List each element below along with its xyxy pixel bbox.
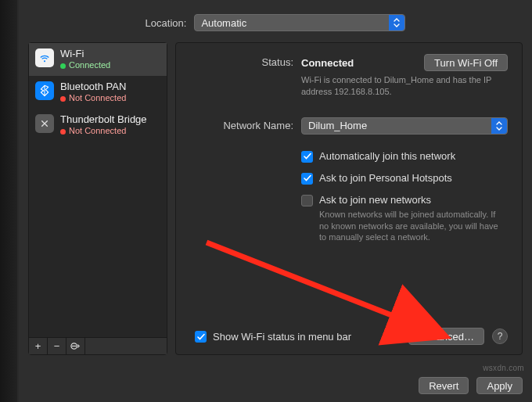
- chevron-updown-icon: [389, 15, 404, 31]
- sidebar-item-label: Wi-Fi: [60, 48, 110, 60]
- status-label: Status:: [190, 54, 293, 99]
- sidebar-item-thunderbolt-bridge[interactable]: Thunderbolt Bridge Not Connected: [29, 109, 167, 142]
- auto-join-checkbox[interactable]: [301, 151, 313, 163]
- status-description: Wi-Fi is connected to Dilum_Home and has…: [301, 74, 497, 99]
- network-name-label: Network Name:: [190, 117, 293, 135]
- turn-wifi-off-button[interactable]: Turn Wi-Fi Off: [424, 54, 508, 71]
- status-dot-icon: [60, 96, 66, 102]
- status-dot-icon: [60, 63, 66, 69]
- show-status-checkbox[interactable]: [195, 331, 207, 343]
- sidebar-item-bluetooth-pan[interactable]: Bluetooth PAN Not Connected: [29, 76, 167, 109]
- sidebar-item-label: Thunderbolt Bridge: [60, 113, 147, 126]
- network-options-button[interactable]: [66, 338, 85, 354]
- advanced-button[interactable]: Advanced…: [408, 328, 484, 345]
- network-name-select[interactable]: Dilum_Home: [301, 117, 508, 135]
- network-sidebar: Wi-Fi Connected Bluetooth PAN: [28, 42, 167, 355]
- bluetooth-icon: [35, 81, 54, 100]
- sidebar-item-status: Connected: [60, 60, 110, 71]
- watermark: wsxdn.com: [483, 364, 524, 372]
- sidebar-item-label: Bluetooth PAN: [60, 81, 126, 93]
- chevron-updown-icon: [491, 118, 507, 134]
- sidebar-item-status: Not Connected: [60, 126, 147, 137]
- add-network-button[interactable]: +: [29, 338, 48, 354]
- status-value: Connected: [301, 57, 354, 69]
- status-dot-icon: [60, 129, 66, 135]
- thunderbolt-icon: [35, 114, 54, 133]
- sidebar-item-status: Not Connected: [60, 93, 126, 104]
- sidebar-item-wifi[interactable]: Wi-Fi Connected: [29, 43, 167, 76]
- main-panel: Status: Connected Turn Wi-Fi Off Wi-Fi i…: [175, 42, 523, 355]
- ask-new-description: Known networks will be joined automatica…: [319, 209, 499, 244]
- revert-button[interactable]: Revert: [419, 377, 469, 394]
- apply-button[interactable]: Apply: [476, 377, 523, 394]
- auto-join-label: Automatically join this network: [319, 150, 455, 162]
- location-value: Automatic: [201, 17, 246, 29]
- remove-network-button[interactable]: −: [48, 338, 66, 354]
- ask-hotspot-checkbox[interactable]: [301, 173, 313, 185]
- wifi-icon: [35, 48, 54, 67]
- ask-new-label: Ask to join new networks: [319, 194, 499, 206]
- location-label: Location:: [146, 17, 187, 29]
- show-status-label: Show Wi-Fi status in menu bar: [213, 331, 351, 343]
- network-name-value: Dilum_Home: [308, 120, 367, 131]
- help-button[interactable]: ?: [492, 328, 508, 344]
- location-select[interactable]: Automatic: [194, 14, 405, 31]
- ask-new-checkbox[interactable]: [301, 195, 313, 206]
- ask-hotspot-label: Ask to join Personal Hotspots: [319, 172, 452, 184]
